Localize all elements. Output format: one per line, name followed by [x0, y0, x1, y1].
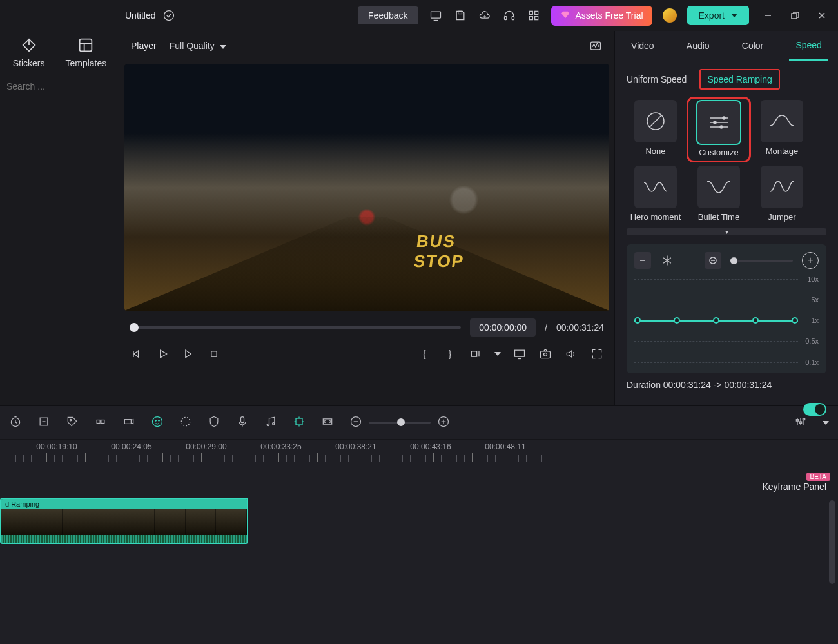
scrubber-thumb[interactable] [130, 323, 139, 332]
timeline-ruler[interactable]: 00:00:19:1000:00:24:0500:00:29:0000:00:3… [0, 440, 838, 462]
tl-dots-icon[interactable] [179, 415, 192, 430]
preset-customize[interactable]: Customize [690, 100, 748, 159]
svg-rect-29 [124, 420, 131, 424]
svg-rect-28 [101, 420, 104, 424]
ruler-timecode: 00:00:43:16 [410, 442, 451, 451]
scrubber[interactable] [130, 326, 461, 329]
maximize-button[interactable] [786, 7, 803, 24]
timecode-duration: 00:00:31:24 [556, 322, 604, 333]
search-input[interactable] [6, 81, 119, 92]
preview-overlay-text: BUS STOP [413, 231, 469, 271]
minimize-button[interactable] [759, 7, 776, 24]
stickers-tab[interactable]: Stickers [13, 36, 45, 68]
screen-icon[interactable] [512, 347, 527, 361]
freeze-icon[interactable] [660, 253, 674, 268]
tl-fit-icon[interactable] [321, 415, 334, 430]
stop-button[interactable] [207, 347, 221, 361]
tl-music-icon[interactable] [264, 415, 277, 430]
preset-jumper[interactable]: Jumper [753, 166, 811, 222]
save-icon[interactable] [453, 8, 467, 23]
monitor-icon[interactable] [429, 8, 443, 23]
assets-trial-label: Assets Free Trial [576, 10, 643, 21]
bracket-right-icon[interactable]: } [443, 347, 457, 361]
maintain-pitch-toggle[interactable] [803, 403, 826, 416]
zoom-out-button[interactable] [349, 415, 362, 430]
timeline-tracks[interactable]: d Ramping [0, 462, 838, 644]
speed-curve-graph[interactable]: 10x 5x 1x 0.5x 0.1x [634, 275, 819, 366]
timeline-clip[interactable]: d Ramping [0, 498, 248, 544]
svg-point-36 [273, 423, 275, 425]
tab-video[interactable]: Video [625, 32, 661, 60]
title-check-icon [162, 8, 176, 23]
apps-icon[interactable] [527, 8, 541, 23]
fullscreen-icon[interactable] [590, 347, 604, 361]
curve-slider[interactable] [730, 260, 793, 262]
svg-point-33 [181, 417, 190, 425]
speed-ramping-tab[interactable]: Speed Ramping [699, 69, 779, 90]
tl-mixer-chevron[interactable] [823, 421, 829, 425]
play-button[interactable] [155, 347, 170, 361]
curve-tool-remove-point[interactable] [705, 252, 721, 269]
timecode-current: 00:00:00:00 [470, 318, 536, 337]
timeline-panel: 00:00:19:1000:00:24:0500:00:29:0000:00:3… [0, 405, 838, 644]
y-label: 10x [807, 275, 819, 283]
volume-icon[interactable] [564, 347, 578, 361]
templates-tab[interactable]: Templates [65, 36, 106, 68]
tl-ai-icon[interactable] [293, 415, 306, 430]
play-forward-button[interactable] [181, 347, 195, 361]
preset-montage[interactable]: Montage [753, 100, 811, 159]
prev-frame-button[interactable] [130, 347, 144, 361]
preset-hero[interactable]: Hero moment [627, 166, 685, 222]
svg-rect-34 [241, 417, 244, 423]
presets-expand[interactable]: ▾ [627, 228, 826, 235]
templates-label: Templates [65, 58, 106, 68]
project-title[interactable]: Untitled [125, 8, 176, 23]
ruler-timecode: 00:00:48:11 [485, 442, 525, 451]
tab-speed[interactable]: Speed [789, 31, 828, 61]
preset-bullet[interactable]: Bullet Time [690, 166, 748, 222]
tl-camera-icon[interactable] [122, 415, 135, 430]
close-button[interactable] [814, 7, 830, 24]
preset-none[interactable]: None [627, 100, 685, 159]
headphones-icon[interactable] [502, 8, 516, 23]
quality-select[interactable]: Full Quality [170, 41, 226, 51]
curve-tool-minus[interactable] [634, 252, 651, 269]
svg-rect-14 [515, 350, 525, 356]
tl-link-icon[interactable] [94, 415, 107, 430]
tl-tag-icon[interactable] [66, 415, 79, 430]
cloud-icon[interactable] [478, 8, 492, 23]
timeline-scrollbar[interactable] [829, 500, 835, 605]
svg-rect-8 [534, 17, 538, 20]
tab-audio[interactable]: Audio [680, 32, 716, 60]
tl-shield-icon[interactable] [208, 415, 220, 430]
bracket-left-icon[interactable]: { [417, 347, 431, 361]
ratio-chevron-icon[interactable] [494, 352, 501, 356]
preview-viewport[interactable]: BUS STOP [124, 64, 609, 311]
duration-readout: Duration 00:00:31:24 -> 00:00:31:24 [615, 373, 838, 390]
feedback-button[interactable]: Feedback [358, 6, 418, 24]
curve-add-point[interactable]: + [802, 252, 819, 269]
export-button[interactable]: Export [687, 6, 749, 25]
ratio-icon[interactable] [469, 347, 483, 361]
svg-rect-12 [211, 351, 217, 356]
svg-rect-27 [97, 420, 100, 424]
tl-mixer-icon[interactable] [794, 415, 807, 430]
assets-trial-button[interactable]: Assets Free Trial [551, 6, 652, 26]
ruler-timecode: 00:00:29:00 [186, 442, 226, 451]
ruler-timecode: 00:00:38:21 [335, 442, 376, 451]
zoom-slider[interactable] [369, 422, 431, 424]
tab-color[interactable]: Color [736, 32, 770, 60]
waveform-icon[interactable] [589, 39, 603, 53]
svg-point-18 [723, 117, 725, 119]
uniform-speed-tab[interactable]: Uniform Speed [627, 74, 687, 84]
tl-timer-icon[interactable] [9, 415, 22, 430]
tl-face-icon[interactable] [151, 415, 164, 430]
zoom-in-button[interactable] [437, 415, 450, 430]
tl-mic-icon[interactable] [236, 415, 249, 430]
tl-select-icon[interactable] [37, 415, 50, 430]
clip-label: d Ramping [1, 499, 247, 509]
snapshot-icon[interactable] [538, 347, 552, 361]
svg-point-26 [70, 419, 72, 421]
theme-icon[interactable] [663, 8, 677, 23]
player-label: Player [131, 41, 157, 51]
